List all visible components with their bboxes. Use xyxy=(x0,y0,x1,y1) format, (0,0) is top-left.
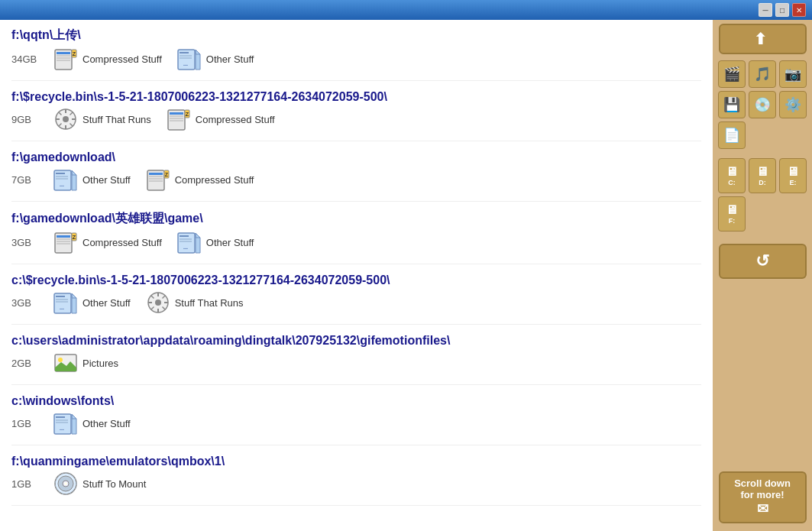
compressed-icon: Z xyxy=(53,230,78,254)
folder-section: c:\$recycle.bin\s-1-5-21-1807006223-1321… xyxy=(11,274,701,325)
folder-items: 3GB ... Other Stuff Stuff That Runs xyxy=(11,290,701,315)
file-type-item[interactable]: Stuff That Runs xyxy=(146,290,244,315)
compressed-icon: Z xyxy=(167,107,191,131)
drive-d-btn[interactable]: 🖥 D: xyxy=(749,158,776,193)
drive-f-btn[interactable]: 🖥 F: xyxy=(718,196,746,232)
file-type-item[interactable]: Z Compressed Stuff xyxy=(146,167,254,192)
email-icon: ✉ xyxy=(728,500,797,517)
svg-rect-4 xyxy=(57,60,70,61)
svg-rect-8 xyxy=(180,52,189,53)
docs-icon-btn[interactable]: 📄 xyxy=(718,121,746,149)
drive-c-btn[interactable]: 🖥 C: xyxy=(718,158,746,193)
app-container: f:\qqtn\上传\34GB Z Compressed Stuff ... O… xyxy=(0,20,812,531)
drive-e-btn[interactable]: 🖥 E: xyxy=(779,158,807,193)
svg-rect-3 xyxy=(57,57,70,59)
mount-icon xyxy=(53,471,78,496)
svg-point-63 xyxy=(64,482,67,485)
folder-section: c:\users\administrator\appdata\roaming\d… xyxy=(11,334,701,385)
close-button[interactable]: ✕ xyxy=(792,3,806,17)
file-type-item[interactable]: Z Compressed Stuff xyxy=(167,107,275,131)
folder-items: 3GB Z Compressed Stuff ... Other Stuff xyxy=(11,230,701,254)
other-icon: ... xyxy=(177,230,202,254)
folder-items: 9GB Stuff That Runs Z Compressed Stu xyxy=(11,107,701,131)
drive-f-icon: 🖥 xyxy=(726,203,738,217)
film-icon-btn[interactable]: 🎬 xyxy=(718,60,746,88)
folder-size: 34GB xyxy=(11,53,38,65)
drive-d-label: D: xyxy=(759,179,766,186)
folder-path: c:\windows\fonts\ xyxy=(11,394,701,408)
file-type-item[interactable]: ... Other Stuff xyxy=(53,167,131,192)
drive-e-label: E: xyxy=(790,179,797,186)
pictures-icon xyxy=(53,351,78,375)
file-type-label: Stuff To Mount xyxy=(82,478,146,490)
other-icon: ... xyxy=(177,47,202,71)
svg-rect-24 xyxy=(56,178,68,180)
other-icon: ... xyxy=(53,411,78,435)
compressed-icon: Z xyxy=(53,47,78,71)
maximize-button[interactable]: □ xyxy=(775,3,789,17)
svg-rect-48 xyxy=(56,301,68,303)
file-type-label: Stuff That Runs xyxy=(175,297,244,309)
file-type-label: Other Stuff xyxy=(82,174,131,186)
folder-section: c:\windows\fonts\1GB ... Other Stuff xyxy=(11,394,701,445)
file-type-item[interactable]: ... Other Stuff xyxy=(177,47,254,71)
svg-rect-1 xyxy=(57,52,70,54)
folder-size: 7GB xyxy=(11,174,38,186)
docs-icon: 📄 xyxy=(723,127,740,144)
svg-rect-35 xyxy=(57,238,70,240)
run-again-icon: ↺ xyxy=(728,251,797,271)
folder-path: c:\users\administrator\appdata\roaming\d… xyxy=(11,334,701,348)
svg-text:...: ... xyxy=(60,182,64,187)
floppy-icon: 💾 xyxy=(723,96,740,113)
sidebar-icons-grid: 🎬 🎵 📷 💾 💿 ⚙️ 📄 xyxy=(718,60,807,149)
svg-rect-22 xyxy=(56,173,65,174)
folder-path: c:\$recycle.bin\s-1-5-21-1807006223-1321… xyxy=(11,274,701,287)
gear-icon-btn[interactable]: ⚙️ xyxy=(779,91,807,118)
gear-icon: ⚙️ xyxy=(785,96,801,113)
folder-section: f:\gamedownload\7GB ... Other Stuff Z Co… xyxy=(11,151,701,202)
drive-grid: 🖥 C: 🖥 D: 🖥 E: 🖥 F: xyxy=(718,158,807,232)
camera-icon-btn[interactable]: 📷 xyxy=(779,60,807,88)
drive-d-icon: 🖥 xyxy=(756,165,768,179)
folder-size: 1GB xyxy=(11,478,38,490)
dvd-icon-btn[interactable]: 💿 xyxy=(749,91,776,118)
svg-rect-36 xyxy=(57,241,70,242)
svg-rect-57 xyxy=(56,419,68,421)
file-type-label: Other Stuff xyxy=(82,297,131,309)
folder-items: 1GB ... Other Stuff xyxy=(11,411,701,435)
svg-rect-58 xyxy=(56,422,68,423)
svg-rect-41 xyxy=(180,235,189,237)
svg-rect-34 xyxy=(57,235,70,238)
window-controls: ─ □ ✕ xyxy=(759,3,806,17)
folder-items: 2GB Pictures xyxy=(11,351,701,375)
runs-icon xyxy=(146,290,170,315)
music-icon-btn[interactable]: 🎵 xyxy=(749,60,776,88)
svg-rect-37 xyxy=(57,243,70,244)
file-type-label: Other Stuff xyxy=(206,237,254,248)
file-type-item[interactable]: Z Compressed Stuff xyxy=(53,230,162,254)
folder-path: f:\quanmingame\emulators\qmbox\1\ xyxy=(11,455,701,468)
file-type-item[interactable]: Stuff That Runs xyxy=(53,107,151,131)
to-top-button[interactable]: ⬆ xyxy=(719,24,807,54)
svg-rect-42 xyxy=(180,238,192,240)
file-type-label: Other Stuff xyxy=(206,53,254,65)
drive-f-label: F: xyxy=(729,217,736,225)
folder-items: 34GB Z Compressed Stuff ... Other Stuff xyxy=(11,47,701,71)
file-type-item[interactable]: ... Other Stuff xyxy=(177,230,254,254)
folder-size: 3GB xyxy=(11,237,38,248)
run-again-button[interactable]: ↺ xyxy=(719,244,807,279)
svg-text:...: ... xyxy=(183,61,188,66)
minimize-button[interactable]: ─ xyxy=(759,3,772,17)
runs-icon xyxy=(53,107,78,131)
file-type-item[interactable]: ... Other Stuff xyxy=(53,290,131,315)
file-type-item[interactable]: Pictures xyxy=(53,351,118,375)
sidebar: ⬆ 🎬 🎵 📷 💾 💿 ⚙️ 📄 🖥 C: 🖥 D: 🖥 E: xyxy=(713,20,812,531)
svg-rect-2 xyxy=(57,55,70,57)
file-type-item[interactable]: Z Compressed Stuff xyxy=(53,47,162,71)
floppy-icon-btn[interactable]: 💾 xyxy=(718,91,746,118)
file-type-item[interactable]: ... Other Stuff xyxy=(53,411,131,435)
file-type-item[interactable]: Stuff To Mount xyxy=(53,471,146,496)
scroll-down-button[interactable]: Scroll downfor more! ✉ xyxy=(719,471,807,523)
svg-text:Z: Z xyxy=(186,112,189,117)
svg-rect-46 xyxy=(56,296,65,297)
